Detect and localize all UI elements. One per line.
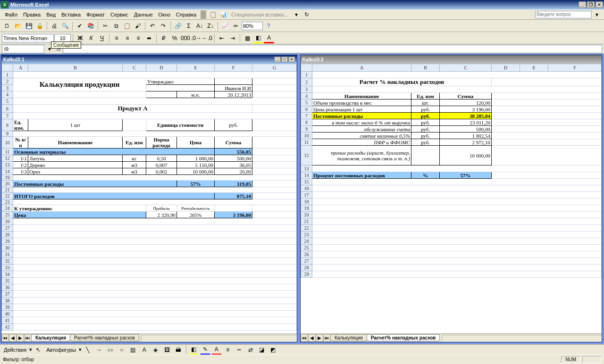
diagram-icon[interactable]: ◈ bbox=[151, 345, 161, 355]
permission-icon[interactable]: 🔒 bbox=[34, 21, 45, 31]
menu-edit[interactable]: Правка bbox=[20, 11, 43, 18]
dec-indent-icon[interactable]: ⇤ bbox=[217, 33, 227, 43]
tab-prev-icon[interactable]: ◀ bbox=[9, 334, 17, 342]
window2-titlebar[interactable]: Kalkul3:2 bbox=[301, 55, 602, 64]
tab-next-icon[interactable]: ▶ bbox=[17, 334, 24, 342]
merge-icon[interactable]: ⬌ bbox=[144, 33, 154, 43]
paste-icon[interactable]: 📋 bbox=[122, 21, 132, 31]
tab2-last-icon[interactable]: ⏭ bbox=[323, 334, 331, 342]
shadow-icon[interactable]: ◪ bbox=[257, 345, 267, 355]
formula-input[interactable] bbox=[63, 45, 602, 53]
font-color-icon[interactable]: A bbox=[264, 33, 274, 43]
autosum-icon[interactable]: Σ bbox=[184, 21, 194, 31]
inc-indent-icon[interactable]: ⇥ bbox=[227, 33, 238, 43]
percent-icon[interactable]: % bbox=[169, 33, 180, 43]
paste-special-icon[interactable]: 📋 bbox=[208, 9, 218, 20]
redo-icon[interactable]: ↷ bbox=[158, 21, 168, 31]
menu-help[interactable]: Справка bbox=[173, 11, 199, 18]
menu-format[interactable]: Формат bbox=[84, 11, 108, 18]
tab2-first-icon[interactable]: ⏮ bbox=[301, 334, 308, 342]
rect-icon[interactable]: ▭ bbox=[105, 345, 116, 355]
new-icon[interactable]: 🗋 bbox=[2, 21, 12, 31]
menu-view[interactable]: Вид bbox=[43, 11, 59, 18]
select-arrow-icon[interactable]: ↖ bbox=[33, 345, 43, 355]
print-icon[interactable]: 🖨 bbox=[49, 21, 59, 31]
tab2-next-icon[interactable]: ▶ bbox=[316, 334, 323, 342]
currency-icon[interactable]: ₽ bbox=[159, 33, 169, 43]
font-name-select[interactable] bbox=[2, 34, 54, 42]
question-input[interactable] bbox=[535, 11, 592, 18]
sort-asc-icon[interactable]: A↓ bbox=[194, 21, 205, 31]
picture-icon[interactable]: 🏔 bbox=[173, 345, 184, 355]
tab-kalkulyatsiya[interactable]: Калькуляция bbox=[31, 334, 70, 341]
menu-insert[interactable]: Вставка bbox=[59, 11, 84, 18]
minimize-button[interactable]: _ bbox=[579, 1, 586, 8]
open-icon[interactable]: 📂 bbox=[13, 21, 23, 31]
underline-icon[interactable]: Ч bbox=[97, 33, 107, 43]
cut-icon[interactable]: ✂ bbox=[100, 21, 110, 31]
grid1[interactable]: ABCDEFG 1 2Калькуляция продукцииУтвержда… bbox=[1, 64, 297, 333]
clipart-icon[interactable]: 🖼 bbox=[162, 345, 172, 355]
chart-icon[interactable]: 📈 bbox=[220, 21, 230, 31]
sort-desc-icon[interactable]: Z↓ bbox=[205, 21, 216, 31]
font-color2-icon[interactable]: A bbox=[211, 345, 222, 355]
research2-icon[interactable]: 📚 bbox=[85, 21, 96, 31]
fill-icon[interactable]: ◧ bbox=[189, 345, 199, 355]
hscroll-2[interactable] bbox=[442, 335, 602, 341]
window1-minimize[interactable]: _ bbox=[274, 57, 281, 62]
font-size-select[interactable] bbox=[54, 34, 71, 42]
tab2-prev-icon[interactable]: ◀ bbox=[308, 334, 316, 342]
close-button[interactable]: × bbox=[596, 1, 603, 8]
comma-icon[interactable]: 000 bbox=[180, 33, 191, 43]
tab-raschet[interactable]: Расчет% накладных расхов bbox=[70, 334, 139, 341]
tab2-kalkulyatsiya[interactable]: Калькуляция bbox=[330, 334, 367, 341]
dropdown-icon[interactable]: ▾ bbox=[291, 9, 302, 20]
autoshapes[interactable]: Автофигуры bbox=[44, 346, 78, 354]
save-icon[interactable]: 💾 bbox=[24, 21, 34, 31]
italic-icon[interactable]: К bbox=[86, 33, 96, 43]
menu-data[interactable]: Данные bbox=[131, 11, 156, 18]
arrow-icon[interactable]: → bbox=[94, 345, 104, 355]
3d-icon[interactable]: ◩ bbox=[268, 345, 278, 355]
drawing-icon[interactable]: ✏ bbox=[231, 21, 241, 31]
align-right-icon[interactable]: ≡ bbox=[133, 33, 143, 43]
align-left-icon[interactable]: ≡ bbox=[111, 33, 122, 43]
menu-window[interactable]: Окно bbox=[156, 11, 174, 18]
grid2[interactable]: ABCDEF 1 2Расчет % накладных расходов 3 … bbox=[301, 64, 602, 333]
window1-close[interactable]: × bbox=[288, 57, 295, 62]
line-color-icon[interactable]: ✎ bbox=[200, 345, 210, 355]
draw-actions[interactable]: Действия bbox=[2, 346, 28, 354]
copy-icon[interactable]: ⧉ bbox=[111, 21, 121, 31]
fill-color-icon[interactable]: ◧ bbox=[253, 33, 263, 43]
borders-icon[interactable]: ▦ bbox=[242, 33, 252, 43]
line-icon[interactable]: ╲ bbox=[83, 345, 93, 355]
preview-icon[interactable]: 🔍 bbox=[60, 21, 70, 31]
zoom-select[interactable] bbox=[242, 22, 263, 30]
tab2-raschet[interactable]: Расчет% накладных расхов bbox=[367, 334, 440, 341]
restore-button[interactable]: ❐ bbox=[587, 1, 595, 8]
oval-icon[interactable]: ○ bbox=[117, 345, 127, 355]
spell-icon[interactable]: ✔ bbox=[75, 21, 85, 31]
dec-decimal-icon[interactable]: ←.0 bbox=[202, 33, 212, 43]
name-box[interactable] bbox=[2, 45, 44, 53]
format-painter-icon[interactable]: 🖌 bbox=[133, 21, 143, 31]
hscroll-1[interactable] bbox=[141, 335, 297, 341]
question-dropdown-icon[interactable]: ▾ bbox=[592, 9, 602, 20]
undo-icon[interactable]: ↶ bbox=[147, 21, 158, 31]
menu-tools[interactable]: Сервис bbox=[108, 11, 131, 18]
dash-icon[interactable]: ┅ bbox=[234, 345, 244, 355]
align-center-icon[interactable]: ≡ bbox=[122, 33, 133, 43]
textbox-icon[interactable]: ▤ bbox=[128, 345, 138, 355]
help-icon[interactable]: ? bbox=[263, 21, 274, 31]
refresh-icon[interactable]: ↻ bbox=[302, 9, 312, 20]
tab-first-icon[interactable]: ⏮ bbox=[1, 334, 9, 342]
tab-last-icon[interactable]: ⏭ bbox=[24, 334, 32, 342]
window1-titlebar[interactable]: Kalkul3:1 _ □ × bbox=[1, 55, 297, 64]
hyperlink-icon[interactable]: 🔗 bbox=[173, 21, 183, 31]
menu-file[interactable]: Файл bbox=[2, 11, 20, 18]
wordart-icon[interactable]: A bbox=[139, 345, 150, 355]
line-style-icon[interactable]: ≡ bbox=[223, 345, 233, 355]
inc-decimal-icon[interactable]: .0→ bbox=[191, 33, 201, 43]
arrows-icon[interactable]: ⇄ bbox=[245, 345, 256, 355]
research-icon[interactable]: 📊 bbox=[218, 9, 228, 20]
